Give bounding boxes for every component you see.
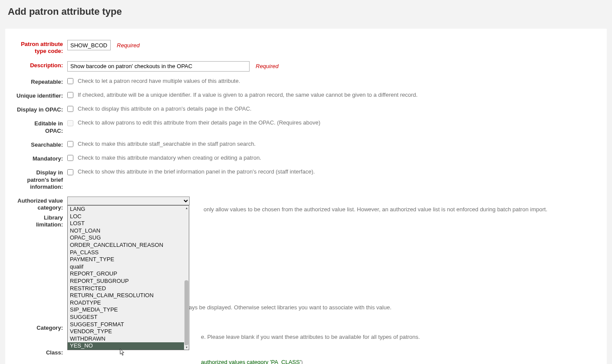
label-unique: Unique identifier: xyxy=(16,92,67,99)
label-display-opac: Display in OPAC: xyxy=(16,105,67,113)
label-category: Category: xyxy=(16,323,67,332)
scroll-up-icon[interactable]: ▴ xyxy=(184,206,189,210)
hint-mandatory: Check to make this attribute mandatory w… xyxy=(78,154,261,162)
auth-value-option[interactable]: NOT_LOAN xyxy=(68,227,189,235)
row-display-opac: Display in OPAC: Check to display this a… xyxy=(16,105,596,113)
hint-searchable: Check to make this attribute staff_searc… xyxy=(78,141,256,148)
auth-value-option[interactable]: qualif xyxy=(68,263,189,271)
row-searchable: Searchable: Check to make this attribute… xyxy=(16,141,596,148)
editable-opac-checkbox[interactable] xyxy=(67,120,73,126)
row-code: Patron attribute type code: Required xyxy=(16,40,596,55)
auth-value-option[interactable]: SUGGEST_FORMAT xyxy=(68,321,189,328)
label-searchable: Searchable: xyxy=(16,141,67,148)
hint-repeatable: Check to let a patron record have multip… xyxy=(78,78,240,85)
mandatory-checkbox[interactable] xyxy=(67,155,73,161)
auth-value-option[interactable]: LANG xyxy=(68,206,189,213)
display-opac-checkbox[interactable] xyxy=(67,106,73,112)
label-editable-opac: Editable in OPAC: xyxy=(16,119,67,134)
repeatable-checkbox[interactable] xyxy=(67,78,73,84)
auth-value-option[interactable]: RETURN_CLAIM_RESOLUTION xyxy=(68,292,189,299)
scroll-down-icon[interactable]: ▾ xyxy=(184,345,189,350)
hint-auth-value: only allow values to be chosen from the … xyxy=(204,206,547,213)
row-brief: Display in patron's brief information: C… xyxy=(16,168,596,190)
hint-category: e. Please leave blank if you want these … xyxy=(201,334,420,340)
auth-value-option[interactable]: REPORT_SUBGROUP xyxy=(68,278,189,285)
auth-value-option[interactable]: RESTRICTED xyxy=(68,285,189,292)
row-description: Description: Required xyxy=(16,61,596,72)
unique-checkbox[interactable] xyxy=(67,92,73,98)
auth-value-option[interactable]: PAYMENT_TYPE xyxy=(68,256,189,263)
auth-value-option[interactable]: ORDER_CANCELLATION_REASON xyxy=(68,242,189,249)
code-input[interactable] xyxy=(67,40,111,50)
description-input[interactable] xyxy=(67,61,250,72)
hint-library-limitation: ays be displayed. Otherwise select libra… xyxy=(189,304,392,312)
row-auth-value: Authorized value category: LANGLOCLOSTNO… xyxy=(16,197,596,212)
row-editable-opac: Editable in OPAC: Check to allow patrons… xyxy=(16,119,596,134)
auth-value-option[interactable]: LOST xyxy=(68,220,189,227)
brief-checkbox[interactable] xyxy=(67,169,73,175)
auth-value-dropdown[interactable]: LANGLOCLOSTNOT_LOANOPAC_SUGORDER_CANCELL… xyxy=(67,205,189,350)
auth-value-option[interactable]: SUGGEST xyxy=(68,314,189,321)
searchable-checkbox[interactable] xyxy=(67,141,73,147)
label-repeatable: Repeatable: xyxy=(16,78,67,85)
auth-value-option[interactable]: SIP_MEDIA_TYPE xyxy=(68,306,189,314)
auth-value-option[interactable]: VENDOR_TYPE xyxy=(68,328,189,335)
pa-class-link[interactable]: authorized values category 'PA_CLASS' xyxy=(201,359,301,364)
auth-value-select[interactable] xyxy=(67,197,190,205)
row-repeatable: Repeatable: Check to let a patron record… xyxy=(16,78,596,85)
label-mandatory: Mandatory: xyxy=(16,154,67,162)
form-panel: Patron attribute type code: Required Des… xyxy=(5,29,607,364)
label-library-limitation: Library limitation: xyxy=(16,213,67,229)
required-description: Required xyxy=(256,63,279,69)
auth-value-option[interactable]: ROADTYPE xyxy=(68,299,189,307)
row-mandatory: Mandatory: Check to make this attribute … xyxy=(16,154,596,162)
page-title: Add patron attribute type xyxy=(8,6,612,17)
label-class: Class: xyxy=(16,348,67,356)
hint-brief: Check to show this attribute in the brie… xyxy=(78,168,315,176)
hint-class: authorized values category 'PA_CLASS') xyxy=(201,359,303,364)
hint-unique: If checked, attribute will be a unique i… xyxy=(78,92,418,99)
auth-value-option[interactable]: YES_NO xyxy=(68,342,189,350)
hint-editable-opac: Check to allow patrons to edit this attr… xyxy=(78,119,320,127)
auth-value-option[interactable]: LOC xyxy=(68,213,189,220)
label-code: Patron attribute type code: xyxy=(16,40,67,55)
label-brief: Display in patron's brief information: xyxy=(16,168,67,190)
label-auth-value: Authorized value category: xyxy=(16,197,67,212)
auth-value-option[interactable]: WITHDRAWN xyxy=(68,335,189,343)
hint-display-opac: Check to display this attribute on a pat… xyxy=(78,105,251,113)
dropdown-scrollbar-track[interactable]: ▴ ▾ xyxy=(184,206,189,350)
required-code: Required xyxy=(117,42,140,49)
dropdown-scrollbar-thumb[interactable] xyxy=(184,280,188,345)
label-description: Description: xyxy=(16,61,67,69)
row-unique: Unique identifier: If checked, attribute… xyxy=(16,92,596,99)
auth-value-option[interactable]: PA_CLASS xyxy=(68,249,189,256)
paren-close: ) xyxy=(301,359,303,364)
auth-value-option[interactable]: REPORT_GROUP xyxy=(68,270,189,278)
auth-value-option[interactable]: OPAC_SUG xyxy=(68,234,189,242)
